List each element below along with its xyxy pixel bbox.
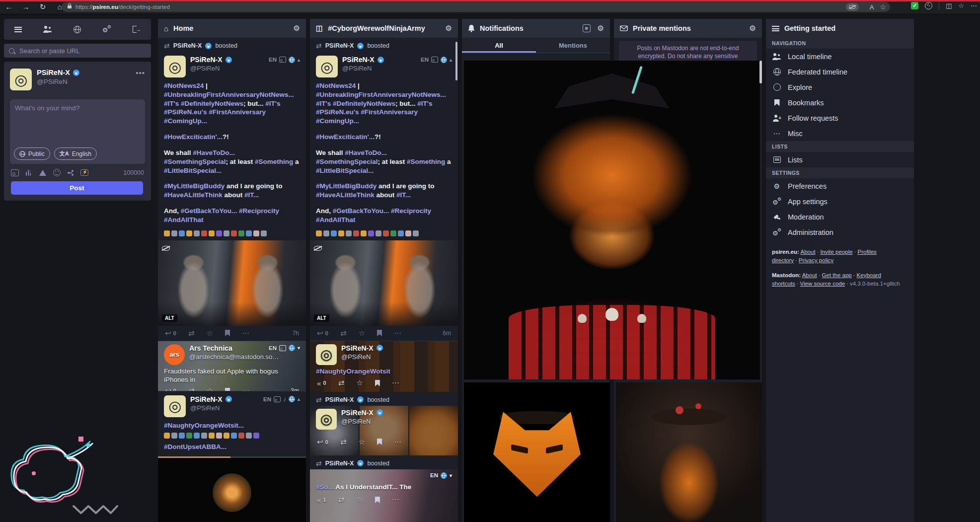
column-scrollbar[interactable]	[455, 42, 457, 80]
panel-scrollbar[interactable]	[759, 61, 762, 83]
booster-name[interactable]: PSiReN-X	[325, 396, 354, 403]
bookmark-button[interactable]	[225, 330, 230, 336]
logout-icon[interactable]	[133, 26, 141, 33]
compose-textarea[interactable]	[14, 103, 143, 140]
back-button[interactable]: ←	[4, 2, 14, 12]
browser-menu-button[interactable]: ⋯	[971, 2, 977, 9]
link-mastodon-about[interactable]: About	[802, 272, 817, 278]
account-handle[interactable]: @PSiReN	[341, 353, 452, 361]
bookmark-button[interactable]	[377, 330, 382, 336]
tab-all[interactable]: All	[462, 38, 536, 53]
hide-media-icon[interactable]	[162, 244, 170, 253]
settings-gears-icon[interactable]: ⚙⚙	[102, 25, 111, 33]
account-more-button[interactable]: •••	[136, 69, 145, 77]
media-image-fox-cowboy[interactable]	[616, 382, 762, 522]
post-cosplay[interactable]: EN ▾ #So... As I UnderstandIT... The «1 …	[310, 469, 458, 522]
link-view-source-code[interactable]: View source code	[800, 281, 845, 287]
search-input[interactable]	[18, 47, 135, 55]
post-orange-media[interactable]: PSiReN-X @PSiReN #NaughtyOrangeWotsit «0…	[310, 341, 458, 392]
more-button[interactable]: ⋯	[242, 329, 249, 338]
booster-name[interactable]: PSiReN-X	[325, 460, 354, 467]
link-about[interactable]: About	[801, 249, 816, 255]
reply-button[interactable]: ↩0	[165, 329, 176, 338]
display-name[interactable]: PSiReN-X	[341, 409, 374, 417]
column-getting-started-header[interactable]: Getting started	[766, 19, 914, 38]
account-handle[interactable]: @PSiReN	[190, 404, 300, 412]
favourite-button[interactable]: ☆	[356, 495, 363, 504]
cookie-extension-icon[interactable]	[925, 2, 932, 9]
menu-icon[interactable]	[14, 27, 22, 32]
account-display-name[interactable]: PSiReN-X	[37, 69, 70, 76]
threaded-mode-icon[interactable]	[80, 169, 88, 176]
bookmark-button[interactable]	[377, 439, 382, 445]
boost-button[interactable]: ⇄	[338, 378, 345, 387]
link-get-the-app[interactable]: Get the app	[822, 272, 852, 278]
privacy-dropdown[interactable]: Public	[14, 148, 50, 160]
avatar[interactable]	[10, 69, 32, 90]
nav-item-app-settings[interactable]: ⚙⚙App settings	[766, 194, 914, 209]
link-invite-people[interactable]: Invite people	[820, 249, 852, 255]
reply-all-button[interactable]: «0	[317, 379, 326, 387]
more-button[interactable]: ⋯	[394, 329, 401, 338]
content-warning-icon[interactable]	[39, 170, 46, 176]
address-bar[interactable]: https://psiren.eu/deck/getting-started A…	[62, 2, 890, 12]
reply-button[interactable]: ↩0	[317, 329, 328, 338]
account-handle[interactable]: @PSiReN	[341, 418, 452, 425]
column-settings-icon[interactable]: ⚙	[598, 24, 604, 33]
nav-item-preferences[interactable]: ⚙Preferences	[766, 178, 914, 194]
account-handle[interactable]: @PSiReN	[342, 65, 452, 72]
avatar[interactable]: ars	[164, 344, 185, 365]
collapse-chevron-icon[interactable]: ▴	[298, 396, 300, 402]
nav-item-lists[interactable]: Lists	[766, 152, 914, 167]
column-notifications-header[interactable]: Notifications ✖ ⚙	[462, 19, 610, 38]
nav-item-misc[interactable]: ⋯Misc	[766, 126, 914, 141]
expand-chevron-icon[interactable]: ▾	[298, 345, 300, 351]
tracking-prevention-button[interactable]	[846, 3, 859, 11]
display-name[interactable]: PSiReN-X	[190, 395, 223, 403]
post-main[interactable]: PSiReN-X EN ▴ @PSiReN #NotNews24 | #Unbr…	[158, 52, 306, 341]
boost-button[interactable]: ⇄	[188, 329, 195, 338]
local-only-icon[interactable]	[68, 170, 74, 176]
avatar[interactable]	[316, 56, 338, 77]
more-button[interactable]: ⋯	[242, 386, 249, 390]
split-screen-button[interactable]: ◫	[946, 2, 952, 9]
boost-button[interactable]: ⇄	[340, 329, 347, 338]
checkmark-extension-icon[interactable]: ✓	[911, 2, 918, 9]
alt-badge[interactable]: ALT	[162, 314, 177, 322]
bookmark-button[interactable]	[375, 497, 380, 503]
nav-item-bookmarks[interactable]: Bookmarks	[766, 95, 914, 110]
users-icon[interactable]	[43, 26, 52, 33]
nav-item-follow-requests[interactable]: +Follow requests	[766, 110, 914, 126]
audio-progress-bar[interactable]	[158, 456, 306, 458]
nav-item-administration[interactable]: ⚙⚙Administration	[766, 224, 914, 240]
search-box[interactable]	[4, 44, 151, 58]
reload-button[interactable]: ↻	[38, 2, 48, 12]
display-name[interactable]: PSiReN-X	[341, 344, 374, 352]
hide-media-icon[interactable]	[314, 244, 322, 253]
bookmark-button[interactable]	[225, 388, 230, 391]
emoji-picker-icon[interactable]	[53, 169, 61, 176]
booster-name[interactable]: PSiReN-X	[173, 42, 202, 49]
column-settings-icon[interactable]: ⚙	[750, 24, 756, 33]
favourite-button[interactable]: ☆	[356, 378, 363, 387]
audio-player[interactable]: 06:45 / 13:46 ↓	[158, 456, 306, 522]
more-button[interactable]: ⋯	[394, 438, 401, 447]
avatar[interactable]	[164, 56, 186, 77]
booster-name[interactable]: PSiReN-X	[325, 42, 354, 49]
poll-icon[interactable]	[26, 170, 32, 176]
alt-badge[interactable]: ALT	[314, 314, 329, 322]
tab-mentions[interactable]: Mentions	[536, 38, 610, 53]
globe-icon[interactable]	[74, 26, 81, 33]
link-privacy-policy[interactable]: Privacy policy	[799, 257, 833, 263]
post-audio[interactable]: PSiReN-X EN ♪ ▴ @PSiReN #NaughtyOrangeWo…	[158, 391, 306, 522]
more-button[interactable]: ⋯	[392, 378, 399, 387]
boost-button[interactable]: ⇄	[338, 495, 345, 504]
favourite-button[interactable]: ☆	[359, 438, 365, 447]
attach-media-icon[interactable]	[11, 169, 19, 176]
post-image-forge[interactable]: ALT	[310, 240, 458, 326]
language-dropdown[interactable]: 文AEnglish	[54, 148, 97, 160]
boost-button[interactable]: ⇄	[188, 386, 195, 390]
avatar[interactable]	[164, 395, 186, 417]
column-settings-icon[interactable]: ⚙	[446, 24, 452, 33]
media-image-fox-pirate[interactable]	[464, 61, 760, 379]
